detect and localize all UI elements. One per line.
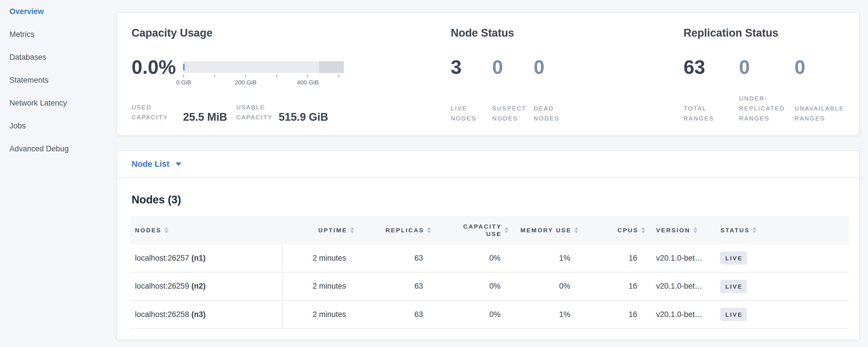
node-address-cell: localhost:26258 (n3) (130, 301, 283, 328)
axis-tick (277, 75, 277, 77)
live-nodes-value: 3 (451, 57, 491, 77)
cluster-overview-page: Overview Metrics Databases Statements Ne… (0, 0, 868, 347)
usable-capacity-label: USABLE CAPACITY (236, 102, 277, 122)
sidebar-item-metrics[interactable]: Metrics (0, 23, 116, 46)
version-cell: v20.1.0-bet… (653, 244, 717, 272)
column-header-nodes[interactable]: NODES (130, 216, 283, 244)
column-header-replicas[interactable]: REPLICAS (362, 216, 439, 244)
uptime-cell: 2 minutes (283, 301, 362, 328)
version-cell: v20.1.0-bet… (653, 301, 717, 328)
sidebar-item-overview[interactable]: Overview (0, 0, 116, 23)
table-row[interactable]: localhost:26259 (n2) 2 minutes 63 0% 0% … (130, 273, 849, 301)
column-label: CAPACITY USE (456, 223, 502, 238)
node-list-dropdown[interactable]: Node List (131, 151, 181, 177)
capacity-used-percent: 0.0% (131, 57, 176, 77)
dead-nodes-label: DEAD NODES (534, 103, 568, 123)
sort-icon[interactable] (504, 227, 508, 233)
sort-icon[interactable] (693, 227, 697, 233)
sidebar-nav: Overview Metrics Databases Statements Ne… (0, 0, 116, 347)
node-address: localhost:26257 (135, 254, 189, 263)
memory-use-cell: 1% (517, 244, 586, 272)
axis-tick (215, 75, 215, 77)
total-ranges-value: 63 (684, 57, 729, 77)
column-header-cpus[interactable]: CPUS (586, 216, 653, 244)
table-header-row: NODES UPTIME REPLICAS CAPACITY USE MEMOR… (130, 216, 849, 244)
node-list-card: Node List Nodes (3) NODES UPTIME REPLICA… (116, 150, 860, 340)
suspect-nodes-value: 0 (492, 57, 538, 77)
under-replicated-label: UNDER-REPLICATED RANGES (739, 93, 799, 123)
table-row[interactable]: localhost:26258 (n3) 2 minutes 63 0% 1% … (130, 301, 849, 329)
column-header-status[interactable]: STATUS (717, 216, 849, 244)
sidebar-item-statements[interactable]: Statements (0, 69, 116, 92)
node-address-cell: localhost:26259 (n2) (130, 273, 283, 301)
sidebar-item-databases[interactable]: Databases (0, 46, 116, 69)
cpus-cell: 16 (586, 301, 653, 328)
axis-tick-label: 200 GiB (235, 79, 256, 86)
capacity-usage-bar (183, 61, 344, 73)
nodes-table: NODES UPTIME REPLICAS CAPACITY USE MEMOR… (130, 216, 849, 329)
column-header-uptime[interactable]: UPTIME (283, 216, 362, 244)
live-nodes-stat: 3 LIVE NODES (451, 57, 491, 123)
axis-tick-label: 0 GiB (176, 79, 191, 86)
capacity-usage-title: Capacity Usage (131, 27, 213, 39)
live-nodes-label: LIVE NODES (451, 103, 485, 123)
sort-icon[interactable] (752, 227, 756, 233)
cluster-summary-card: Capacity Usage 0.0% 0 GiB 200 GiB 400 Gi… (116, 12, 860, 136)
column-label: REPLICAS (385, 227, 424, 234)
cpus-cell: 16 (586, 244, 653, 272)
capacity-stats: USED CAPACITY 25.5 MiB USABLE CAPACITY 5… (131, 102, 328, 122)
column-label: UPTIME (318, 227, 347, 234)
replicas-cell: 63 (362, 301, 439, 328)
total-ranges-label: TOTAL RANGES (684, 103, 718, 123)
node-address-cell: localhost:26257 (n1) (130, 244, 283, 272)
nodes-count-heading: Nodes (3) (131, 194, 181, 206)
capacity-other-data-segment (319, 61, 344, 73)
axis-tick (245, 75, 246, 77)
status-badge: LIVE (720, 280, 747, 293)
uptime-cell: 2 minutes (283, 273, 362, 301)
total-ranges-stat: 63 TOTAL RANGES (684, 57, 729, 123)
status-badge: LIVE (720, 308, 747, 321)
replicas-cell: 63 (362, 273, 439, 301)
column-label: CPUS (617, 227, 638, 234)
under-replicated-value: 0 (739, 57, 799, 77)
sidebar-item-jobs[interactable]: Jobs (0, 115, 116, 137)
divider (117, 177, 859, 178)
column-header-version[interactable]: VERSION (653, 216, 717, 244)
node-id: (n1) (191, 254, 206, 263)
sort-icon[interactable] (574, 227, 578, 233)
version-cell: v20.1.0-bet… (653, 273, 717, 301)
table-row[interactable]: localhost:26257 (n1) 2 minutes 63 0% 1% … (130, 244, 849, 273)
capacity-use-cell: 0% (439, 301, 517, 328)
axis-tick-label: 400 GiB (297, 79, 319, 86)
under-replicated-ranges-stat: 0 UNDER-REPLICATED RANGES (739, 57, 799, 123)
unavailable-ranges-stat: 0 UNAVAILABLE RANGES (795, 57, 852, 123)
sort-icon[interactable] (164, 227, 168, 233)
column-label: MEMORY USE (521, 227, 571, 234)
column-header-capacity-use[interactable]: CAPACITY USE (439, 216, 517, 244)
sidebar-item-network-latency[interactable]: Network Latency (0, 92, 116, 115)
column-header-memory-use[interactable]: MEMORY USE (517, 216, 586, 244)
axis-tick (183, 75, 184, 77)
used-capacity-label: USED CAPACITY (131, 102, 180, 122)
dead-nodes-value: 0 (534, 57, 574, 77)
node-status-title: Node Status (451, 27, 514, 39)
memory-use-cell: 1% (517, 301, 586, 328)
capacity-use-cell: 0% (439, 244, 517, 272)
sort-icon[interactable] (427, 227, 431, 233)
sort-icon[interactable] (350, 227, 354, 233)
replication-status-title: Replication Status (684, 27, 778, 39)
node-address: localhost:26259 (135, 282, 189, 291)
status-badge: LIVE (720, 251, 747, 264)
column-label: STATUS (720, 227, 750, 234)
chevron-down-icon (176, 162, 181, 166)
memory-use-cell: 0% (517, 273, 586, 301)
cpus-cell: 16 (586, 273, 653, 301)
capacity-used-segment (183, 64, 184, 70)
usable-capacity-value: 515.9 GiB (279, 111, 328, 123)
uptime-cell: 2 minutes (283, 244, 362, 272)
sort-icon[interactable] (641, 227, 645, 233)
axis-tick (339, 75, 339, 77)
column-label: NODES (135, 227, 162, 234)
sidebar-item-advanced-debug[interactable]: Advanced Debug (0, 137, 116, 160)
